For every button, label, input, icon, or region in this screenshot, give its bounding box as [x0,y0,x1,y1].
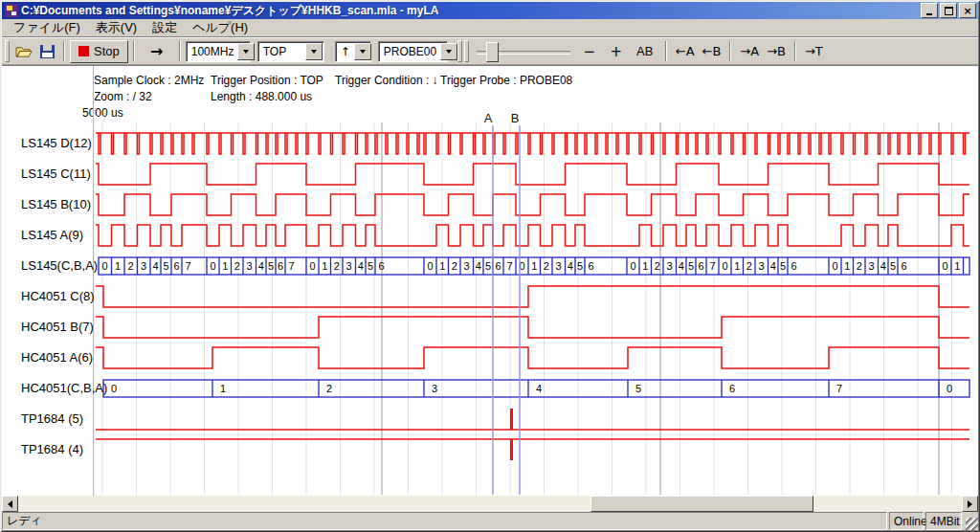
menu-help[interactable]: ヘルプ(H) [185,18,256,37]
toolbar-grip[interactable] [464,40,469,62]
waveform-workspace [2,65,978,496]
cursor-a-label[interactable]: A [481,111,495,125]
close-button[interactable]: × [959,3,976,18]
channel-label-ls145-c-11[interactable]: LS145 C(11) [21,166,91,181]
toolbar-separator [729,41,731,61]
trigger-position-value: TOP [258,45,304,58]
jump-to-trigger-button[interactable]: →T [801,41,827,62]
info-sample-clock: Sample Clock : 2MHz [94,74,204,87]
zoom-slider[interactable] [477,41,570,62]
menu-view[interactable]: 表示(V) [88,18,145,37]
info-trigger-position: Trigger Position : TOP [211,74,323,87]
jump-left-to-a-button[interactable]: ←A [672,41,699,62]
sample-clock-value: 100MHz [187,45,237,58]
maximize-button[interactable] [940,3,957,18]
ab-cursors-button[interactable]: AB [630,41,660,62]
close-icon: × [963,6,971,16]
run-button[interactable]: → [140,41,174,62]
zoom-in-button[interactable]: + [603,41,630,62]
toolbar-separator [665,41,667,61]
channel-label-ls145-d-12[interactable]: LS145 D(12) [21,136,92,150]
timebase-label: 5000 us [82,106,123,120]
save-file-button[interactable] [36,41,58,62]
info-trigger-condition: Trigger Condition : ↓ [335,74,438,87]
zoom-out-button[interactable]: − [576,41,603,62]
info-trigger-probe: Trigger Probe : PROBE08 [440,74,572,87]
status-memory: 4MBit [925,512,962,530]
combo-dropdown-button[interactable] [305,43,323,60]
status-online: Online [889,512,924,530]
status-message: レディ [2,512,887,530]
toolbar-separator [133,41,135,61]
label-column-divider [93,66,95,496]
status-bar: レディ Online 4MBit [2,510,978,530]
combo-dropdown-button[interactable] [354,43,371,60]
probe-combo[interactable]: PROBE00 [378,41,448,62]
trigger-edge-combo[interactable]: ↑ [335,41,371,62]
trigger-edge-value: ↑ [336,45,353,58]
channel-label-ls145-c-b-a[interactable]: LS145(C,B,A) [21,258,98,273]
jump-right-to-b-button[interactable]: →B [763,41,790,62]
menu-file[interactable]: ファイル(F) [6,18,88,37]
channel-label-ls145-b-10[interactable]: LS145 B(10) [21,197,91,211]
jump-right-to-a-button[interactable]: →A [736,41,763,62]
menu-bar: ファイル(F) 表示(V) 設定 ヘルプ(H) [2,19,978,37]
maximize-icon [945,7,953,15]
chevron-down-icon [243,50,249,56]
chevron-down-icon [311,50,317,56]
combo-dropdown-button[interactable] [440,43,457,60]
channel-label-hc4051-c-8[interactable]: HC4051 C(8) [21,289,95,303]
toolbar-separator [63,41,65,61]
probe-value: PROBE00 [379,45,439,58]
minimize-button[interactable] [921,3,938,18]
minimize-icon [926,13,932,15]
menu-settings[interactable]: 設定 [145,18,185,37]
stop-label: Stop [94,44,120,58]
channel-label-hc4051-c-b-a[interactable]: HC4051(C,B,A) [21,381,107,395]
chevron-down-icon [446,50,452,56]
channel-label-ls145-a-9[interactable]: LS145 A(9) [21,228,83,242]
sample-clock-combo[interactable]: 100MHz [186,41,251,62]
toolbar-separator [179,41,181,61]
combo-dropdown-button[interactable] [237,43,255,60]
toolbar: Stop → 100MHz TOP ↑ PROBE00 − + [2,37,978,65]
jump-left-to-b-button[interactable]: ←B [699,41,725,62]
channel-label-hc4051-b-7[interactable]: HC4051 B(7) [21,320,94,334]
cursor-b-label[interactable]: B [508,111,522,125]
arrow-left-icon [4,500,12,508]
info-length: Length : 488.000 us [211,90,312,103]
chevron-down-icon [360,50,366,56]
trigger-position-combo[interactable]: TOP [257,41,324,62]
zoom-slider-thumb[interactable] [486,42,499,62]
app-icon[interactable] [5,4,18,17]
info-zoom: Zoom : / 32 [94,90,152,103]
stop-button[interactable]: Stop [70,40,128,63]
window-title: C:¥Documents and Settings¥noname¥デスクトップ¥… [21,3,919,19]
open-folder-icon [15,45,33,58]
channel-label-tp1684-4[interactable]: TP1684 (4) [21,442,83,456]
toolbar-grip[interactable] [5,40,10,62]
title-bar: C:¥Documents and Settings¥noname¥デスクトップ¥… [2,2,978,19]
run-arrow-icon: → [150,42,163,60]
resize-grip[interactable] [966,518,978,530]
stop-square-icon [78,46,89,56]
toolbar-grip[interactable] [457,40,462,62]
toolbar-separator [794,41,796,61]
save-icon [40,45,55,58]
arrow-right-icon [968,500,976,508]
open-file-button[interactable] [11,41,36,62]
channel-label-tp1684-5[interactable]: TP1684 (5) [21,411,83,426]
app-window: C:¥Documents and Settings¥noname¥デスクトップ¥… [0,0,980,532]
channel-label-hc4051-a-6[interactable]: HC4051 A(6) [21,350,93,365]
